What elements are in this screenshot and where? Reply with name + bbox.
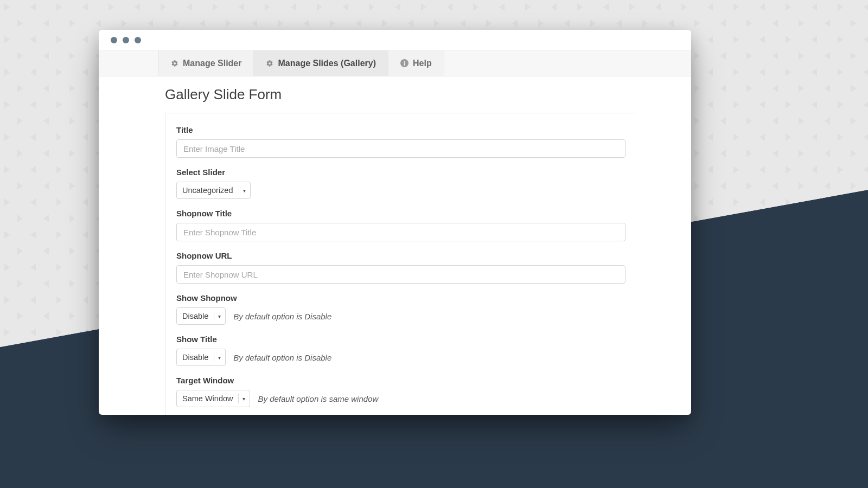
tab-manage-slides-gallery[interactable]: Manage Slides (Gallery) — [254, 50, 388, 76]
field-title: Title — [176, 125, 626, 158]
target-window-dropdown[interactable]: Same Window ▾ — [176, 390, 250, 407]
target-window-hint: By default option is same window — [258, 394, 378, 403]
content-area: Gallery Slide Form Title Select Slider U… — [99, 76, 691, 415]
shopnow-title-input[interactable] — [176, 223, 626, 241]
label-shopnow-url: Shopnow URL — [176, 251, 626, 260]
field-shopnow-url: Shopnow URL — [176, 251, 626, 284]
tab-label: Help — [413, 59, 432, 68]
label-shopnow-title: Shopnow Title — [176, 209, 626, 218]
window-dot-min[interactable] — [123, 37, 129, 43]
tab-help[interactable]: i Help — [388, 50, 444, 76]
label-show-title: Show Title — [176, 335, 626, 344]
field-select-slider: Select Slider Uncategorized ▾ — [176, 168, 626, 199]
field-shopnow-title: Shopnow Title — [176, 209, 626, 241]
select-slider-dropdown[interactable]: Uncategorized ▾ — [176, 182, 251, 199]
window-titlebar — [99, 30, 691, 50]
chevron-down-icon: ▾ — [239, 185, 246, 195]
field-show-shopnow: Show Shopnow Disable ▾ By default option… — [176, 293, 626, 325]
tab-bar: Manage Slider Manage Slides (Gallery) i … — [99, 50, 691, 76]
app-window: Manage Slider Manage Slides (Gallery) i … — [99, 30, 691, 415]
chevron-down-icon: ▾ — [214, 311, 221, 321]
label-show-shopnow: Show Shopnow — [176, 293, 626, 303]
title-input[interactable] — [176, 139, 626, 158]
label-title: Title — [176, 125, 626, 134]
tab-label: Manage Slides (Gallery) — [278, 59, 376, 68]
show-shopnow-value: Disable — [182, 312, 208, 320]
show-shopnow-dropdown[interactable]: Disable ▾ — [176, 307, 226, 325]
info-icon: i — [400, 59, 409, 67]
show-shopnow-hint: By default option is Disable — [233, 312, 331, 321]
show-title-dropdown[interactable]: Disable ▾ — [176, 349, 226, 366]
show-title-value: Disable — [182, 353, 208, 362]
window-dot-max[interactable] — [135, 37, 141, 43]
select-slider-value: Uncategorized — [182, 186, 233, 195]
label-target-window: Target Window — [176, 376, 626, 385]
form-panel: Title Select Slider Uncategorized ▾ Shop… — [165, 113, 637, 415]
field-show-title: Show Title Disable ▾ By default option i… — [176, 335, 626, 366]
chevron-down-icon: ▾ — [214, 352, 221, 362]
label-select-slider: Select Slider — [176, 168, 626, 177]
page-title: Gallery Slide Form — [165, 86, 691, 103]
target-window-value: Same Window — [182, 394, 233, 403]
chevron-down-icon: ▾ — [238, 394, 245, 403]
gear-icon — [266, 60, 273, 67]
window-dot-close[interactable] — [111, 37, 117, 43]
gear-icon — [171, 60, 178, 67]
field-target-window: Target Window Same Window ▾ By default o… — [176, 376, 626, 407]
tab-label: Manage Slider — [183, 59, 241, 68]
tab-manage-slider[interactable]: Manage Slider — [158, 50, 254, 76]
shopnow-url-input[interactable] — [176, 265, 626, 284]
show-title-hint: By default option is Disable — [233, 353, 331, 362]
